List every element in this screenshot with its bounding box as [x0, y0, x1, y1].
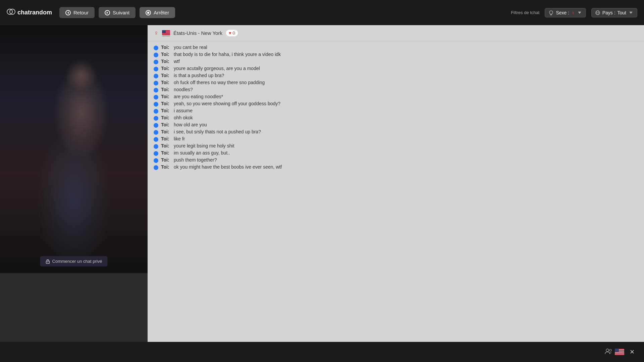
message-row: Toi:like fr [154, 135, 638, 142]
message-dot [154, 123, 158, 128]
chat-panel: ♀ États-Unis - New York ♥ 0 Toi:you cant… [148, 25, 644, 362]
message-row: Toi:noodles? [154, 86, 638, 93]
arreter-icon [146, 10, 151, 15]
message-dot [154, 74, 158, 78]
message-row: Toi:youre legit bsing me holy shit [154, 142, 638, 149]
message-row: Toi:i assume [154, 107, 638, 114]
message-row: Toi:i see, but srsly thats not a pushed … [154, 128, 638, 135]
message-sender: Toi: [161, 80, 171, 85]
private-chat-label: Commencer un chat privé [52, 259, 102, 264]
suivant-icon [105, 10, 110, 15]
message-row: Toi:that body is to die for haha, i thin… [154, 51, 638, 58]
message-row: Toi:youre acutally gorgeous, are you a m… [154, 65, 638, 72]
message-text: oh fuck off theres no way there sno padd… [174, 80, 265, 85]
private-chat-button[interactable]: Commencer un chat privé [40, 256, 108, 266]
heart-icon: ♥ [229, 31, 231, 36]
message-text: is that a pushed up bra? [174, 73, 224, 78]
sexe-filter[interactable]: Sexe : ♀ [545, 8, 586, 17]
sexe-value: ♀ [571, 10, 575, 15]
chevron-down-icon [577, 10, 582, 15]
message-sender: Toi: [161, 136, 171, 141]
retour-button[interactable]: Retour [59, 7, 95, 18]
message-row: Toi:ok you might have the best boobs ive… [154, 164, 638, 171]
gender-icon [548, 10, 554, 15]
message-text: wtf [174, 59, 180, 64]
suivant-label: Suivant [113, 10, 129, 15]
message-dot [154, 116, 158, 121]
message-text: noodles? [174, 87, 193, 92]
message-sender: Toi: [161, 115, 171, 120]
message-dot [154, 151, 158, 156]
message-row: Toi:you cant be real [154, 44, 638, 51]
video-figure [0, 25, 148, 273]
suivant-button[interactable]: Suivant [99, 7, 136, 18]
pays-chevron-icon [628, 10, 634, 15]
message-text: i see, but srsly thats not a pushed up b… [174, 129, 261, 134]
svg-point-15 [606, 349, 609, 352]
message-sender: Toi: [161, 45, 171, 50]
svg-point-14 [48, 262, 48, 262]
message-text: ok you might have the best boobs ive eve… [174, 164, 282, 170]
message-dot [154, 60, 158, 64]
message-text: im suually an ass guy, but.. [174, 150, 230, 156]
retour-label: Retour [73, 10, 89, 15]
message-dot [154, 67, 158, 71]
message-dot [154, 137, 158, 142]
message-dot [154, 158, 158, 163]
message-dot [154, 88, 158, 93]
logo-icon [7, 9, 15, 16]
message-sender: Toi: [161, 150, 171, 156]
arreter-label: Arrêter [154, 10, 169, 15]
message-sender: Toi: [161, 66, 171, 71]
message-sender: Toi: [161, 101, 171, 106]
message-dot [154, 95, 158, 100]
arreter-button[interactable]: Arrêter [140, 7, 175, 18]
location-text: États-Unis - New York [173, 30, 222, 36]
message-sender: Toi: [161, 157, 171, 163]
message-text: i assume [174, 108, 193, 113]
svg-marker-8 [578, 11, 581, 13]
message-row: Toi:yeah, so you were showing off your g… [154, 100, 638, 107]
us-flag [162, 30, 170, 36]
pays-filter[interactable]: Pays : Tout [591, 8, 637, 17]
message-row: Toi:push them together? [154, 157, 638, 164]
message-text: youre acutally gorgeous, are you a model [174, 66, 260, 71]
message-dot [154, 130, 158, 135]
bottom-bar: ✕ [0, 342, 644, 362]
people-icon [605, 348, 612, 356]
svg-point-16 [609, 349, 611, 351]
pays-value: Tout [618, 10, 626, 15]
message-text: youre legit bsing me holy shit [174, 143, 234, 148]
svg-rect-4 [147, 12, 149, 14]
message-text: push them together? [174, 157, 217, 163]
video-panel: Commencer un chat privé [0, 25, 148, 273]
message-sender: Toi: [161, 59, 171, 64]
retour-icon [65, 10, 71, 15]
message-sender: Toi: [161, 143, 171, 148]
message-text: how old are you [174, 122, 207, 127]
message-row: Toi:is that a pushed up bra? [154, 72, 638, 79]
message-text: that body is to die for haha, i think yo… [174, 52, 281, 57]
topbar: chatrandom Retour Suivant Arrêter Filtre… [0, 0, 644, 25]
chat-header: ♀ États-Unis - New York ♥ 0 [148, 25, 644, 41]
message-dot [154, 53, 158, 57]
message-sender: Toi: [161, 52, 171, 57]
message-text: ohh okok [174, 115, 193, 120]
message-dot [154, 144, 158, 149]
svg-marker-2 [67, 11, 69, 14]
message-sender: Toi: [161, 122, 171, 127]
message-dot [154, 46, 158, 50]
message-text: are you eating noodles* [174, 94, 223, 99]
svg-point-5 [549, 11, 553, 14]
heart-count: 0 [233, 31, 235, 36]
logo: chatrandom [7, 9, 52, 16]
message-row: Toi:ohh okok [154, 114, 638, 121]
message-dot [154, 81, 158, 85]
message-sender: Toi: [161, 87, 171, 92]
lock-icon [46, 259, 50, 264]
heart-badge[interactable]: ♥ 0 [226, 29, 238, 37]
close-button[interactable]: ✕ [627, 347, 637, 357]
logo-text: chatrandom [17, 9, 52, 16]
message-row: Toi:are you eating noodles* [154, 93, 638, 100]
message-row: Toi:wtf [154, 58, 638, 65]
